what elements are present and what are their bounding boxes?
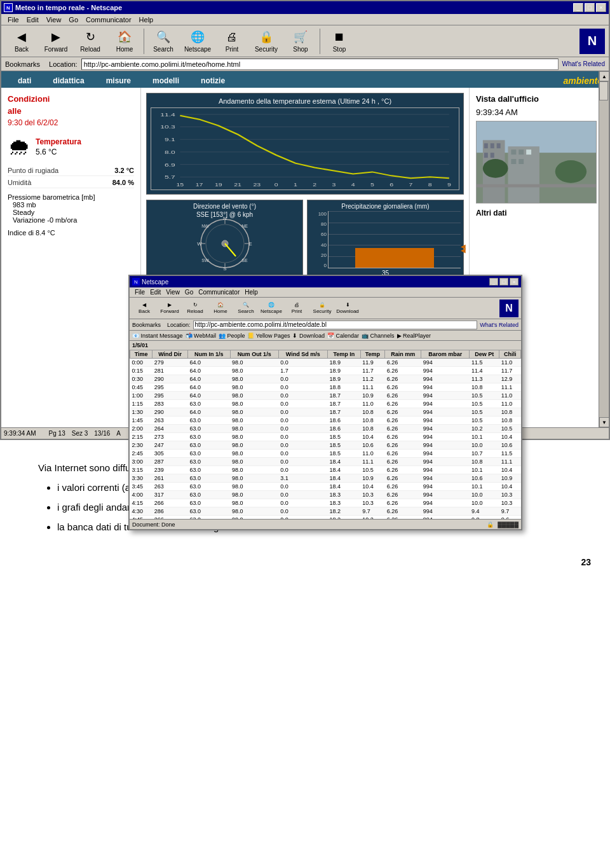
bm-people[interactable]: 👥 People bbox=[219, 333, 245, 339]
second-back-btn[interactable]: ◀ Back bbox=[132, 302, 156, 314]
second-search-icon: 🔍 bbox=[243, 302, 249, 308]
compass-container: N S W E NW NE SW SE bbox=[149, 218, 300, 269]
second-menu-view[interactable]: View bbox=[163, 289, 182, 296]
shop-button[interactable]: 🛒 Shop bbox=[284, 27, 317, 55]
bm-channels[interactable]: 📺 Channels bbox=[362, 333, 395, 339]
second-print-btn[interactable]: 🖨 Print bbox=[285, 302, 309, 314]
scroll-up-arrow[interactable]: ▲ bbox=[599, 71, 609, 81]
second-menu-go[interactable]: Go bbox=[182, 289, 196, 296]
second-title-left: N Netscape bbox=[132, 278, 168, 286]
conditions-subtitle: alle bbox=[8, 106, 134, 116]
time-display: 9:39:34 AM bbox=[476, 107, 602, 117]
search-button[interactable]: 🔍 Search bbox=[147, 27, 180, 55]
whats-related[interactable]: What's Related bbox=[562, 60, 606, 67]
bm-instant-message[interactable]: 📧 Instant Message bbox=[132, 333, 183, 339]
menu-bar: File Edit View Go Communicator Help bbox=[1, 14, 609, 25]
bm-yellowpages[interactable]: 📒 Yellow Pages bbox=[247, 333, 290, 339]
print-button[interactable]: 🖨 Print bbox=[215, 27, 248, 55]
second-home-btn[interactable]: 🏠 Home bbox=[208, 302, 233, 314]
menu-go[interactable]: Go bbox=[65, 15, 82, 24]
tab-notizie[interactable]: notizie bbox=[191, 74, 235, 88]
svg-rect-49 bbox=[484, 153, 488, 158]
second-menu-file[interactable]: File bbox=[132, 289, 147, 296]
table-row: 1:3029064.098.00.018.710.86.2699410.510.… bbox=[130, 408, 521, 417]
menu-communicator[interactable]: Communicator bbox=[82, 15, 135, 24]
second-search-btn[interactable]: 🔍 Search bbox=[234, 302, 258, 314]
indice-label: Indice di bbox=[8, 229, 34, 237]
bm-download[interactable]: ⬇ Download bbox=[292, 333, 325, 339]
stop-button[interactable]: ⏹ Stop bbox=[323, 27, 356, 55]
url-input[interactable] bbox=[81, 59, 559, 70]
second-reload-btn[interactable]: ↻ Reload bbox=[183, 302, 207, 314]
tab-didattica[interactable]: didattica bbox=[43, 74, 94, 88]
security-button[interactable]: 🔒 Security bbox=[250, 27, 283, 55]
home-button[interactable]: 🏠 Home bbox=[108, 27, 141, 55]
close-btn[interactable]: × bbox=[596, 3, 606, 12]
second-security-btn[interactable]: 🔒 Security bbox=[310, 302, 334, 314]
menu-file[interactable]: File bbox=[4, 15, 23, 24]
second-whats-related[interactable]: What's Related bbox=[480, 322, 518, 328]
svg-rect-48 bbox=[497, 143, 501, 148]
scroll-down-arrow[interactable]: ▼ bbox=[599, 417, 609, 427]
second-window-title: Netscape bbox=[142, 279, 168, 286]
ssl-indicator: 🔒 bbox=[487, 521, 494, 528]
menu-help[interactable]: Help bbox=[135, 15, 158, 24]
second-title-controls: _ □ × bbox=[489, 278, 518, 286]
back-icon: ◀ bbox=[14, 29, 29, 45]
col-chili: Chili bbox=[499, 350, 521, 359]
second-forward-btn[interactable]: ▶ Forward bbox=[158, 302, 182, 314]
tab-dati[interactable]: dati bbox=[8, 74, 41, 88]
svg-rect-53 bbox=[518, 149, 524, 155]
title-bar: N Meteo in tempo reale - Netscape _ □ × bbox=[1, 1, 609, 14]
back-button[interactable]: ◀ Back bbox=[5, 27, 38, 55]
scroll-track[interactable] bbox=[599, 81, 609, 417]
compass-svg: N S W E NW NE SW SE bbox=[196, 215, 254, 272]
tab-misure[interactable]: misure bbox=[96, 74, 141, 88]
svg-text:E: E bbox=[248, 241, 252, 247]
second-close-btn[interactable]: × bbox=[510, 278, 518, 286]
menu-edit[interactable]: Edit bbox=[23, 15, 43, 24]
second-browser-window: N Netscape _ □ × File Edit View Go Commu… bbox=[128, 275, 522, 530]
second-menu-communicator[interactable]: Communicator bbox=[196, 289, 242, 296]
netscape-button[interactable]: 🌐 Netscape bbox=[181, 27, 214, 55]
main-scrollbar[interactable]: ▲ ▼ bbox=[599, 71, 609, 427]
svg-text:15: 15 bbox=[176, 183, 184, 188]
table-row: 0:4529564.098.00.018.811.16.2699410.811.… bbox=[130, 383, 521, 392]
bm-realplayer[interactable]: ▶ RealPlayer bbox=[397, 333, 431, 339]
temperatura-value: 5.6 °C bbox=[36, 148, 81, 156]
svg-text:NE: NE bbox=[241, 224, 248, 228]
second-minimize-btn[interactable]: _ bbox=[489, 278, 498, 286]
svg-text:19: 19 bbox=[215, 183, 222, 188]
svg-text:NW: NW bbox=[201, 224, 209, 228]
reload-button[interactable]: ↻ Reload bbox=[74, 27, 107, 55]
forward-button[interactable]: ▶ Forward bbox=[39, 27, 72, 55]
altri-dati[interactable]: Altri dati bbox=[476, 209, 602, 217]
second-netscape-logo: N bbox=[499, 300, 518, 317]
second-maximize-btn[interactable]: □ bbox=[499, 278, 508, 286]
table-row: 3:0028763.098.00.018.411.16.2699410.811.… bbox=[130, 458, 521, 466]
second-status-bar: Document: Done 🔒 ▓▓▓▓▓ bbox=[130, 519, 521, 529]
bm-webmail[interactable]: 📬 WebMail bbox=[186, 333, 216, 339]
second-url-input[interactable] bbox=[193, 320, 478, 329]
left-sidebar: Condizioni alle 9:30 del 6/2/02 🌧 Temper… bbox=[1, 88, 141, 406]
minimize-btn[interactable]: _ bbox=[573, 3, 583, 12]
bm-calendar[interactable]: 📅 Calendar bbox=[327, 333, 359, 339]
second-download-btn[interactable]: ⬇ Download bbox=[336, 302, 360, 314]
table-row: 0:0027964.098.00.018.911.96.2699411.511.… bbox=[130, 359, 521, 367]
tab-modelli[interactable]: modelli bbox=[142, 74, 189, 88]
webcam-svg bbox=[477, 121, 596, 203]
address-bar: Bookmarks Location: What's Related bbox=[1, 57, 609, 71]
maximize-btn[interactable]: □ bbox=[585, 3, 595, 12]
menu-view[interactable]: View bbox=[43, 15, 65, 24]
second-menu-edit[interactable]: Edit bbox=[147, 289, 163, 296]
second-netscape-btn[interactable]: 🌐 Netscape bbox=[259, 302, 283, 314]
table-row: 1:1528363.098.00.018.711.06.2699410.511.… bbox=[130, 400, 521, 408]
scroll-thumb[interactable] bbox=[599, 81, 608, 100]
svg-text:5.7: 5.7 bbox=[165, 174, 175, 179]
svg-text:6.9: 6.9 bbox=[165, 162, 175, 167]
data-table-container[interactable]: 1/5/01 Time Wind Dir Num In 1/s Num Out … bbox=[130, 341, 521, 519]
chart-svg: 11.4 10.3 9.1 8.0 6.9 5.7 15 17 bbox=[151, 108, 459, 189]
progress-indicator: ▓▓▓▓▓ bbox=[498, 521, 518, 528]
svg-text:7: 7 bbox=[409, 183, 412, 188]
second-menu-help[interactable]: Help bbox=[242, 289, 261, 296]
